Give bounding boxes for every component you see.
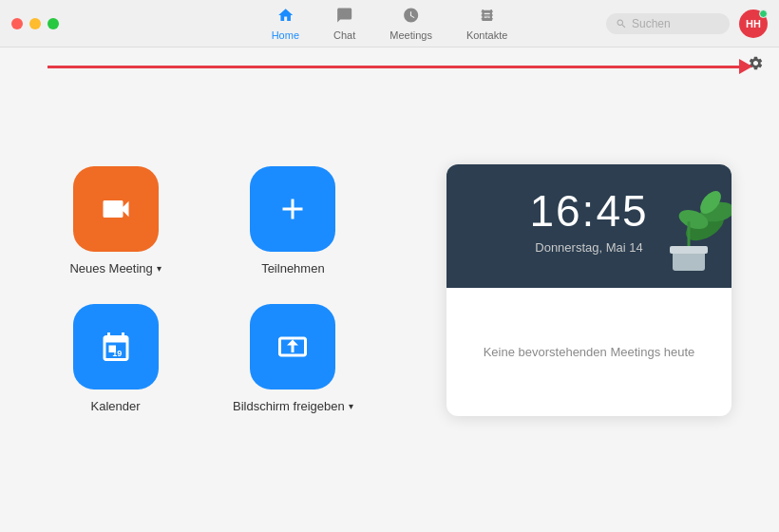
calendar-label: Kalender xyxy=(91,399,141,413)
new-meeting-button[interactable] xyxy=(73,166,159,252)
action-share-screen[interactable]: Bildschirm freigeben ▾ xyxy=(233,304,353,413)
avatar-initials: HH xyxy=(746,18,761,29)
join-button[interactable] xyxy=(250,166,335,252)
no-meetings-message: Keine bevorstehenden Meetings heute xyxy=(446,288,732,416)
avatar[interactable]: HH xyxy=(739,10,768,38)
search-icon xyxy=(616,18,627,29)
actions-grid: Neues Meeting ▾ Teilnehmen 19 xyxy=(55,166,353,413)
nav-item-meetings[interactable]: Meetings xyxy=(372,0,449,47)
gear-icon xyxy=(748,55,764,71)
nav-item-chat[interactable]: Chat xyxy=(316,0,372,47)
action-calendar[interactable]: 19 Kalender xyxy=(55,304,176,413)
new-meeting-label: Neues Meeting ▾ xyxy=(69,261,161,276)
calendar-button[interactable]: 19 xyxy=(73,304,159,390)
main-content: Neues Meeting ▾ Teilnehmen 19 xyxy=(0,48,779,532)
nav-label-meetings: Meetings xyxy=(390,29,432,41)
left-panel: Neues Meeting ▾ Teilnehmen 19 xyxy=(0,48,408,532)
chat-icon xyxy=(336,7,353,28)
plus-icon xyxy=(276,192,310,226)
calendar-icon: 19 xyxy=(99,330,133,364)
share-chevron-icon: ▾ xyxy=(349,401,353,411)
chevron-icon: ▾ xyxy=(157,263,162,274)
kontakte-icon xyxy=(479,7,496,28)
share-screen-label: Bildschirm freigeben ▾ xyxy=(233,399,353,413)
close-button[interactable] xyxy=(11,18,23,29)
plant-decoration xyxy=(636,164,732,278)
titlebar: Home Chat Meetings Kontakte Suchen xyxy=(0,0,779,48)
action-join[interactable]: Teilnehmen xyxy=(233,166,353,276)
right-panel: 16:45 Donnerstag, Mai 14 Keine bevorsteh… xyxy=(408,48,779,532)
video-icon xyxy=(99,192,133,226)
nav-item-kontakte[interactable]: Kontakte xyxy=(449,0,524,47)
clock-time: 16:45 xyxy=(529,185,648,237)
clock-area: 16:45 Donnerstag, Mai 14 xyxy=(446,164,732,288)
nav-item-home[interactable]: Home xyxy=(255,0,316,47)
action-new-meeting[interactable]: Neues Meeting ▾ xyxy=(55,166,176,276)
clock-date: Donnerstag, Mai 14 xyxy=(535,240,642,255)
maximize-button[interactable] xyxy=(48,18,59,29)
online-indicator xyxy=(759,10,768,18)
svg-rect-2 xyxy=(670,246,708,254)
nav-label-chat: Chat xyxy=(333,29,355,41)
search-box[interactable]: Suchen xyxy=(606,13,730,34)
nav-label-home: Home xyxy=(272,29,299,41)
svg-text:19: 19 xyxy=(112,349,122,358)
nav-label-kontakte: Kontakte xyxy=(466,29,507,41)
home-icon xyxy=(276,7,294,28)
traffic-lights xyxy=(11,18,59,29)
main-nav: Home Chat Meetings Kontakte xyxy=(255,0,525,47)
join-label: Teilnehmen xyxy=(261,261,325,276)
share-screen-button[interactable] xyxy=(250,304,335,390)
share-screen-icon xyxy=(276,330,310,364)
meetings-icon xyxy=(403,7,420,28)
calendar-widget: 16:45 Donnerstag, Mai 14 Keine bevorsteh… xyxy=(446,164,732,416)
settings-button[interactable] xyxy=(748,55,764,75)
minimize-button[interactable] xyxy=(29,18,41,29)
titlebar-right: Suchen HH xyxy=(606,10,768,38)
search-placeholder: Suchen xyxy=(632,17,671,30)
